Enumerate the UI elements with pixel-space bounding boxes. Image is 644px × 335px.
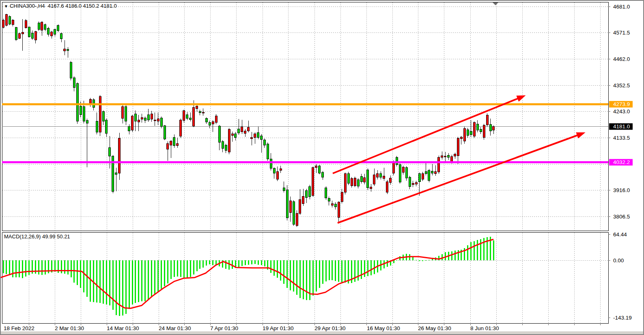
time-axis-label: 8 Jun 01:30 [470, 325, 499, 331]
time-axis-label: 2 Mar 01:30 [55, 325, 84, 331]
chart-title: ▼CHINA300-,H4 4167.6 4186.0 4150.2 4181.… [4, 3, 117, 9]
price-axis-label: 4352.5 [613, 82, 630, 89]
symbol-dropdown-icon[interactable]: ▼ [4, 4, 8, 9]
time-axis-label: 14 Mar 01:30 [107, 325, 139, 331]
chart-canvas[interactable]: 4681.04571.54462.04352.54243.04133.53916… [1, 1, 643, 334]
svg-text:4032.2: 4032.2 [613, 159, 630, 165]
time-axis-label: 19 Apr 01:30 [263, 325, 294, 331]
price-axis-label: 3806.5 [613, 214, 630, 220]
price-axis-label: 4571.5 [613, 30, 630, 36]
price-axis-label: 4133.5 [613, 135, 630, 141]
svg-text:4181.0: 4181.0 [613, 123, 630, 130]
time-axis-label: 24 Mar 01:30 [159, 325, 191, 331]
time-axis-label: 26 May 01:30 [418, 325, 451, 331]
time-axis[interactable]: 18 Feb 20222 Mar 01:3014 Mar 01:3024 Mar… [4, 323, 600, 331]
macd-indicator-label: MACD(12,26,9) 49.99 50.21 [4, 233, 70, 240]
price-axis[interactable]: 4681.04571.54462.04352.54243.04133.53916… [608, 4, 633, 321]
mt4-chart-window: 4681.04571.54462.04352.54243.04133.53916… [0, 0, 644, 335]
svg-text:4273.9: 4273.9 [613, 101, 630, 107]
time-axis-label: 7 Apr 01:30 [210, 325, 238, 331]
price-axis-label: 4243.0 [613, 108, 630, 115]
price-axis-label: 3916.0 [613, 187, 630, 193]
macd-axis-label: -143.19 [613, 315, 632, 321]
window-bottom-edge [1, 331, 643, 334]
time-axis-label: 29 Apr 01:30 [314, 325, 346, 331]
time-axis-label: 16 May 01:30 [367, 325, 400, 331]
price-axis-label: 4681.0 [613, 4, 630, 10]
macd-axis-label: 0.00 [613, 257, 624, 264]
macd-axis-label: 64.44 [613, 231, 627, 238]
time-axis-label: 18 Feb 2022 [4, 325, 34, 331]
price-axis-label: 4462.0 [613, 56, 630, 62]
chart-title-text: CHINA300-,H4 4167.6 4186.0 4150.2 4181.0 [10, 3, 117, 9]
